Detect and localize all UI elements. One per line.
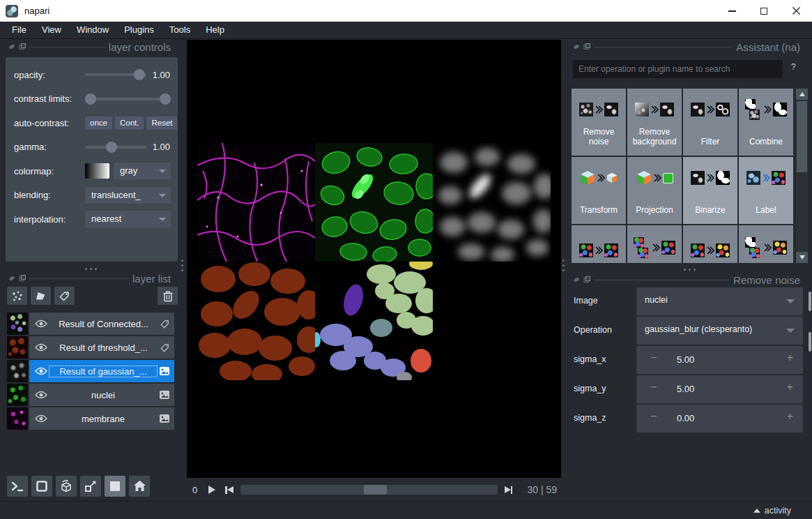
visibility-eye-icon[interactable]	[35, 367, 47, 375]
increment-button[interactable]: +	[787, 352, 793, 364]
delete-layer-button[interactable]	[158, 287, 178, 305]
op-row3-button-1[interactable]	[572, 225, 626, 263]
layer-row-membrane[interactable]: membrane	[7, 407, 174, 430]
grid-mode-button[interactable]	[105, 476, 125, 497]
layer-name[interactable]: nuclei	[47, 390, 159, 400]
console-button[interactable]	[7, 476, 28, 497]
colormap-dropdown[interactable]: gray	[114, 163, 171, 179]
play-button[interactable]	[208, 486, 215, 494]
visibility-eye-icon[interactable]	[35, 414, 47, 423]
op-remove-background-button[interactable]: Remove background	[627, 89, 682, 156]
contrast-limits-slider[interactable]	[85, 93, 171, 105]
opacity-slider[interactable]	[85, 68, 146, 81]
dock-scrollbar-segment[interactable]	[809, 292, 811, 311]
skip-to-start-button[interactable]	[225, 486, 233, 494]
op-row3-button-2[interactable]	[627, 225, 682, 263]
menu-window[interactable]: Window	[69, 22, 116, 38]
sigma-y-value[interactable]: 5.00	[677, 384, 694, 394]
op-projection-button[interactable]: Projection	[627, 157, 682, 224]
decrement-button[interactable]: −	[650, 410, 657, 423]
auto-contrast-continuous-button[interactable]: Cont.	[115, 116, 144, 130]
right-dock-splitter-handle[interactable]	[684, 269, 696, 271]
interpolation-dropdown[interactable]: nearest	[85, 211, 171, 227]
left-dock-splitter-handle[interactable]	[85, 268, 97, 270]
frame-slider[interactable]	[240, 485, 498, 495]
op-binarize-button[interactable]: Binarize	[683, 157, 737, 224]
op-label-button[interactable]: Label	[739, 157, 793, 224]
hide-panel-icon[interactable]	[583, 43, 590, 50]
decrement-button[interactable]: −	[650, 352, 657, 364]
layer-row-connected[interactable]: Result of Connected...	[7, 313, 174, 335]
op-filter-button[interactable]: Filter	[683, 89, 737, 156]
help-button[interactable]: ?	[791, 62, 796, 72]
sigma-x-field-row: sigma_x − 5.00 +	[568, 346, 812, 374]
grid-scrollbar[interactable]	[796, 89, 808, 263]
float-panel-icon[interactable]	[8, 275, 15, 282]
op-row3-button-4[interactable]	[739, 225, 793, 263]
new-labels-layer-button[interactable]	[54, 287, 75, 305]
hide-panel-icon[interactable]	[583, 276, 590, 283]
op-remove-noise-button[interactable]: Remove noise	[572, 89, 626, 156]
layer-name[interactable]: Result of Connected...	[47, 319, 160, 329]
layer-row-gaussian-selected[interactable]: Result of gaussian_...	[7, 360, 174, 382]
decrement-button[interactable]: −	[650, 381, 657, 393]
ndisplay-toggle-button[interactable]	[31, 476, 52, 497]
scrollbar-thumb[interactable]	[797, 101, 807, 172]
skip-to-end-button[interactable]	[505, 486, 513, 494]
image-dropdown[interactable]: nuclei	[636, 287, 803, 315]
maximize-button[interactable]	[748, 0, 780, 22]
roll-dimensions-button[interactable]	[56, 476, 77, 497]
opacity-slider-handle[interactable]	[134, 69, 145, 80]
activity-button[interactable]: activity	[753, 506, 791, 516]
contrast-low-handle[interactable]	[85, 93, 96, 105]
visibility-eye-icon[interactable]	[35, 391, 47, 399]
increment-button[interactable]: +	[787, 381, 793, 393]
auto-contrast-once-button[interactable]: once	[85, 116, 112, 130]
contrast-high-handle[interactable]	[160, 93, 171, 105]
float-panel-icon[interactable]	[8, 43, 15, 50]
right-canvas-splitter-handle[interactable]	[562, 260, 565, 271]
blending-dropdown[interactable]: translucent_	[85, 187, 171, 204]
home-reset-view-button[interactable]	[129, 476, 150, 497]
sigma-z-value[interactable]: 0.00	[677, 413, 694, 423]
hide-panel-icon[interactable]	[19, 275, 26, 282]
visibility-eye-icon[interactable]	[35, 343, 47, 352]
frame-slider-thumb[interactable]	[364, 485, 387, 495]
menu-help[interactable]: Help	[198, 22, 232, 38]
visibility-eye-icon[interactable]	[35, 319, 47, 328]
scroll-up-button[interactable]	[796, 89, 808, 100]
layer-row-nuclei[interactable]: nuclei	[7, 384, 174, 406]
auto-contrast-reset-button[interactable]: Reset	[146, 116, 177, 130]
scroll-down-button[interactable]	[796, 252, 808, 263]
layer-row-threshold[interactable]: Result of threshold_...	[7, 336, 174, 359]
gamma-slider[interactable]	[85, 141, 146, 153]
menu-tools[interactable]: Tools	[162, 22, 198, 38]
operation-search-input[interactable]	[573, 60, 783, 78]
menu-file[interactable]: File	[4, 22, 34, 38]
op-row3-button-3[interactable]	[683, 225, 737, 263]
increment-button[interactable]: +	[787, 410, 793, 423]
dock-scrollbar-segment[interactable]	[809, 332, 811, 352]
sigma-x-value[interactable]: 5.00	[677, 354, 694, 365]
close-button[interactable]	[780, 0, 812, 22]
menu-view[interactable]: View	[34, 22, 69, 38]
float-panel-icon[interactable]	[573, 43, 580, 50]
minimize-button[interactable]	[716, 0, 748, 22]
op-combine-button[interactable]: Combine	[739, 89, 793, 156]
operation-dropdown[interactable]: gaussian_blur (clesperanto)	[636, 317, 803, 345]
new-points-layer-button[interactable]	[7, 287, 27, 305]
minimize-icon	[728, 10, 736, 12]
layer-name[interactable]: membrane	[47, 414, 159, 424]
layer-name[interactable]: Result of threshold_...	[47, 343, 160, 353]
viewer-canvas[interactable]	[187, 40, 561, 478]
float-panel-icon[interactable]	[573, 276, 580, 283]
new-shapes-layer-button[interactable]	[31, 287, 51, 305]
transpose-dimensions-button[interactable]	[80, 476, 101, 497]
layer-thumbnail	[7, 336, 28, 359]
gamma-slider-handle[interactable]	[106, 142, 117, 153]
op-transform-button[interactable]: Transform	[572, 157, 626, 224]
left-canvas-splitter-handle[interactable]	[181, 260, 183, 271]
hide-panel-icon[interactable]	[19, 43, 26, 50]
menu-plugins[interactable]: Plugins	[116, 22, 162, 38]
layer-name-edit-field[interactable]: Result of gaussian_...	[49, 366, 158, 377]
